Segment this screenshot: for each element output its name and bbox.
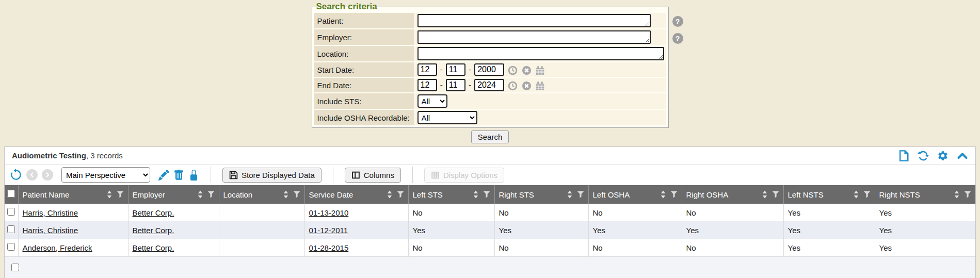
location-input[interactable] [417, 47, 664, 60]
filter-funnel-icon[interactable] [117, 191, 124, 198]
employer-help-icon[interactable]: ? [672, 33, 683, 44]
end-year-input[interactable] [474, 79, 504, 91]
end-date-clear-icon[interactable] [522, 81, 532, 91]
col-header-patient-name[interactable]: Patient Name [18, 185, 128, 204]
patient-row: Patient: [314, 13, 666, 28]
service-date-link[interactable]: 01-28-2015 [309, 243, 349, 252]
include-osha-row: Include OSHA Recordable: All [314, 110, 666, 125]
filter-funnel-icon[interactable] [293, 191, 300, 198]
table-row: Harris, ChristineBetter Corp.01-12-2011Y… [5, 221, 975, 239]
col-header-service-date[interactable]: Service Date [304, 185, 408, 204]
sort-icon[interactable] [198, 190, 203, 199]
end-month-input[interactable] [417, 79, 437, 91]
lock-icon[interactable] [188, 170, 199, 181]
cell-left-osha: No [588, 239, 682, 256]
employer-link[interactable]: Better Corp. [133, 226, 174, 235]
sort-icon[interactable] [762, 190, 767, 199]
filter-funnel-icon[interactable] [397, 191, 404, 198]
display-options-grid-icon [431, 171, 440, 179]
start-date-clear-icon[interactable] [522, 66, 532, 75]
sort-icon[interactable] [567, 190, 572, 199]
sort-icon[interactable] [387, 190, 392, 199]
patient-label: Patient: [314, 13, 414, 28]
col-header-left-osha[interactable]: Left OSHA [588, 185, 682, 204]
undo-icon[interactable] [10, 169, 22, 181]
date-separator: - [440, 80, 443, 89]
audiometric-testing-table: Patient Name Employer Location Service D… [5, 185, 975, 256]
start-year-input[interactable] [474, 63, 504, 76]
filter-funnel-icon[interactable] [863, 191, 871, 198]
columns-icon [351, 171, 360, 179]
col-header-employer[interactable]: Employer [128, 185, 219, 204]
location-row: Location: [314, 46, 666, 61]
col-header-left-nsts[interactable]: Left NSTS [783, 185, 875, 204]
col-header-right-sts[interactable]: Right STS [494, 185, 588, 204]
start-date-calendar-icon[interactable] [535, 66, 545, 75]
sort-icon[interactable] [473, 190, 478, 199]
refresh-icon[interactable] [918, 150, 929, 161]
filter-funnel-icon[interactable] [577, 191, 584, 198]
cell-right-sts: No [494, 204, 588, 221]
patient-help-icon[interactable]: ? [672, 16, 683, 27]
sort-icon[interactable] [954, 190, 959, 199]
include-osha-recordable-select[interactable]: All [417, 111, 477, 124]
include-sts-select[interactable]: All [417, 94, 447, 108]
cell-right-nsts: Yes [875, 221, 975, 239]
sort-icon[interactable] [107, 190, 112, 199]
service-date-link[interactable]: 01-12-2011 [309, 226, 348, 235]
display-options-label: Display Options [443, 171, 497, 179]
sort-icon[interactable] [283, 190, 288, 199]
delete-trash-icon[interactable] [173, 170, 184, 181]
cell-right-osha: No [682, 204, 783, 221]
start-date-row: Start Date: - - [314, 62, 666, 77]
patient-link[interactable]: Anderson, Frederick [23, 243, 92, 252]
col-header-right-osha[interactable]: Right OSHA [682, 185, 783, 204]
date-separator: - [440, 65, 443, 74]
perspective-select[interactable]: Main Perspective [61, 167, 150, 183]
start-day-input[interactable] [446, 63, 465, 76]
sort-icon[interactable] [854, 190, 859, 199]
end-day-input[interactable] [446, 79, 465, 91]
col-header-left-sts[interactable]: Left STS [408, 185, 494, 204]
cell-service-date: 01-28-2015 [304, 239, 408, 256]
service-date-link[interactable]: 01-13-2010 [309, 208, 349, 217]
collapse-panel-chevron-up-icon[interactable] [957, 150, 968, 161]
row-checkbox[interactable] [7, 243, 15, 251]
filter-funnel-icon[interactable] [772, 191, 779, 198]
filter-funnel-icon[interactable] [964, 191, 971, 198]
columns-button[interactable]: Columns [345, 168, 401, 183]
start-month-input[interactable] [417, 63, 437, 76]
employer-link[interactable]: Better Corp. [133, 208, 174, 217]
start-date-clock-icon[interactable] [508, 66, 518, 75]
edit-pencil-icon[interactable] [158, 170, 169, 181]
patient-link[interactable]: Harris, Christine [23, 208, 78, 217]
employer-input[interactable] [417, 30, 651, 44]
employer-row: Employer: [314, 29, 666, 45]
patient-input[interactable] [417, 14, 651, 27]
end-date-clock-icon[interactable] [508, 81, 518, 91]
end-date-calendar-icon[interactable] [535, 81, 545, 91]
filter-funnel-icon[interactable] [207, 191, 215, 198]
cell-right-osha: Yes [682, 221, 783, 239]
next-page-icon [42, 169, 53, 181]
col-header-location[interactable]: Location [219, 185, 304, 204]
cell-employer: Better Corp. [128, 204, 219, 221]
new-document-icon[interactable] [898, 150, 909, 161]
row-checkbox[interactable] [7, 225, 15, 233]
row-checkbox[interactable] [7, 208, 15, 216]
row-checkbox-cell [5, 239, 18, 256]
footer-checkbox[interactable] [11, 264, 19, 271]
select-all-checkbox[interactable] [7, 190, 15, 198]
settings-gear-icon[interactable] [937, 150, 949, 161]
location-label: Location: [314, 46, 414, 61]
filter-funnel-icon[interactable] [483, 191, 490, 198]
search-button[interactable]: Search [471, 130, 509, 143]
patient-link[interactable]: Harris, Christine [23, 226, 78, 235]
col-header-right-nsts[interactable]: Right NSTS [875, 185, 975, 204]
filter-funnel-icon[interactable] [670, 191, 678, 198]
panel-title-text: Audiometric Testing [12, 151, 86, 160]
cell-left-nsts: Yes [783, 221, 875, 239]
employer-link[interactable]: Better Corp. [133, 243, 174, 252]
store-displayed-data-button[interactable]: Store Displayed Data [222, 168, 322, 183]
sort-icon[interactable] [661, 190, 666, 199]
